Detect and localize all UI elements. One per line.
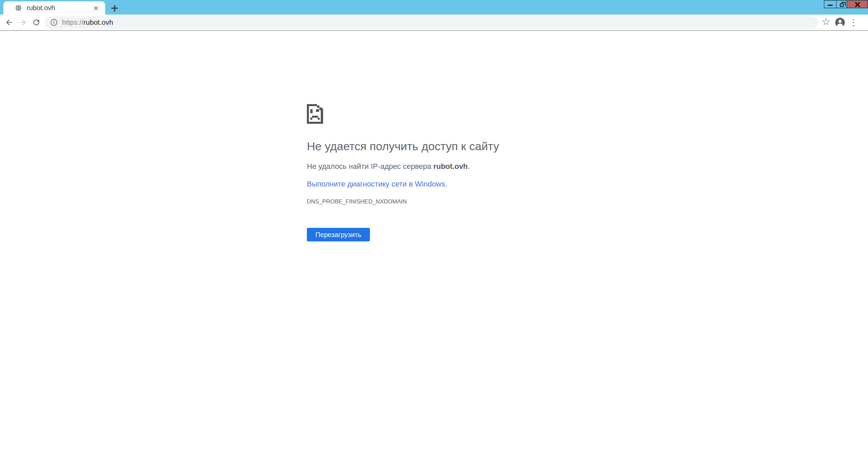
error-message: Не удалось найти IP-адрес сервера rubot.… [307, 162, 565, 171]
globe-icon [15, 4, 22, 12]
error-heading: Не удается получить доступ к сайту [307, 139, 565, 154]
reload-icon [32, 18, 41, 27]
minimize-icon [828, 5, 833, 6]
error-content: Не удается получить доступ к сайту Не уд… [307, 104, 565, 241]
error-message-suffix: . [468, 162, 470, 171]
url-host: rubot.ovh [83, 18, 113, 26]
browser-toolbar: https://rubot.ovh ☆ ⋮ [0, 15, 868, 30]
window-restore-button[interactable] [836, 0, 847, 8]
back-icon [5, 18, 14, 27]
tab-title: rubot.ovh [27, 4, 92, 12]
sad-document-icon [307, 104, 323, 124]
window-minimize-button[interactable] [824, 0, 836, 8]
url-text: https://rubot.ovh [62, 18, 113, 26]
error-message-domain: rubot.ovh [433, 162, 468, 171]
forward-icon [18, 18, 27, 27]
tab-strip: rubot.ovh × + [0, 0, 868, 15]
browser-tab[interactable]: rubot.ovh × [3, 1, 105, 15]
new-tab-button[interactable]: + [108, 2, 121, 14]
reload-page-button[interactable]: Перезагрузить [307, 228, 370, 241]
browser-menu-button[interactable]: ⋮ [847, 16, 860, 29]
menu-dots-icon: ⋮ [849, 17, 858, 27]
back-button[interactable] [2, 16, 16, 29]
network-diagnostics-link[interactable]: Выполните диагностику сети в Windows. [307, 180, 447, 188]
window-controls [824, 0, 868, 8]
profile-icon [835, 17, 845, 28]
profile-button[interactable] [833, 16, 847, 29]
error-page: Не удается получить доступ к сайту Не уд… [0, 31, 868, 472]
tab-close-icon[interactable]: × [92, 4, 100, 13]
url-scheme: https:// [62, 18, 83, 26]
error-code: DNS_PROBE_FINISHED_NXDOMAIN [307, 198, 565, 205]
diagnostics-link-row: Выполните диагностику сети в Windows. [307, 179, 565, 189]
restore-icon [840, 3, 844, 7]
forward-button[interactable] [16, 16, 29, 29]
error-message-prefix: Не удалось найти IP-адрес сервера [307, 162, 433, 171]
info-icon[interactable] [50, 18, 58, 26]
close-icon [855, 2, 860, 7]
address-bar[interactable]: https://rubot.ovh [44, 16, 818, 29]
bookmark-star-icon[interactable]: ☆ [822, 17, 830, 28]
window-close-button[interactable] [847, 0, 868, 8]
reload-button[interactable] [29, 16, 43, 29]
